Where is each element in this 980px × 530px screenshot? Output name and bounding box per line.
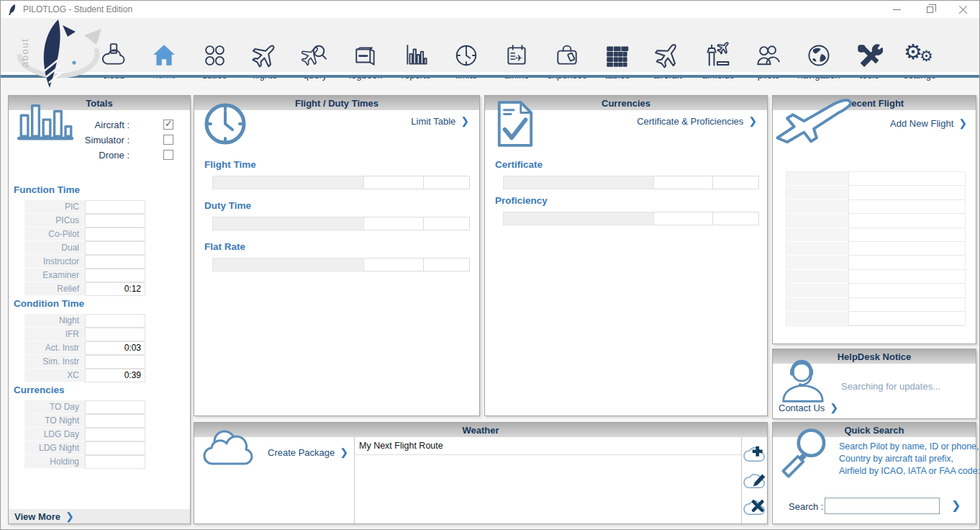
bar-fill (212, 176, 364, 189)
limit-table-link[interactable]: Limit Table ❯ (411, 115, 469, 127)
row-value[interactable] (85, 355, 145, 369)
row-value[interactable] (85, 455, 145, 469)
row-value[interactable] (85, 255, 145, 269)
duty-time-bar (212, 217, 470, 230)
bar-segment (424, 258, 470, 271)
aircraft-checkbox[interactable] (163, 120, 173, 130)
table-row: XC0:39 (24, 369, 145, 382)
row-value[interactable] (85, 428, 145, 441)
certificate-bar (503, 176, 759, 189)
minimize-button[interactable] (880, 1, 913, 18)
chevron-right-icon: ❯ (830, 402, 838, 413)
table-row[interactable] (786, 242, 965, 256)
simulator-checkbox[interactable] (163, 135, 173, 145)
totals-panel: Totals Aircraft : Simulator : Drone : Fu… (8, 95, 191, 524)
row-label-cell (786, 284, 848, 297)
table-row[interactable] (786, 172, 965, 186)
row-label: PIC (24, 200, 85, 214)
row-label: Instructor (24, 255, 85, 269)
logbook-icon (352, 40, 379, 68)
section-heading: Duty Time (204, 200, 251, 211)
delete-weather-package-button[interactable] (742, 496, 768, 518)
table-row[interactable] (786, 284, 965, 297)
app-window: PILOTLOG - Student Edition cloud home du… (0, 0, 980, 530)
row-value-cell (848, 200, 965, 214)
add-weather-package-button[interactable] (742, 443, 768, 464)
table-row: Relief0:12 (24, 282, 145, 296)
close-button[interactable] (946, 1, 979, 18)
row-value-cell (848, 242, 965, 256)
table-row[interactable] (786, 200, 965, 214)
add-new-flight-link[interactable]: Add New Flight ❯ (890, 117, 967, 129)
table-row[interactable] (786, 270, 965, 284)
section-heading: Flight Time (204, 159, 256, 170)
row-value[interactable] (85, 269, 145, 282)
row-label: Relief (24, 282, 85, 296)
recent-flight-table (786, 171, 966, 326)
sun-cloud-icon (201, 427, 265, 470)
row-value[interactable] (85, 228, 145, 241)
restore-button[interactable] (913, 1, 946, 18)
about-link[interactable]: about (19, 38, 30, 67)
table-row[interactable] (786, 228, 965, 242)
search-input[interactable] (825, 498, 940, 514)
row-value[interactable]: 0:12 (85, 282, 145, 296)
bar-segment (424, 176, 470, 189)
link-label: Add New Flight (890, 118, 953, 129)
row-value[interactable] (85, 241, 145, 255)
table-row: IFR (24, 328, 145, 341)
row-value[interactable] (85, 214, 145, 228)
function-time-table: PICPICusCo-PilotDualInstructorExaminerRe… (24, 200, 145, 296)
row-label: Act. Instr (24, 341, 85, 355)
table-row: LDG Night (24, 441, 145, 455)
row-value[interactable] (85, 400, 145, 414)
create-package-link[interactable]: Create Package ❯ (268, 446, 348, 458)
row-value-cell (848, 298, 965, 312)
table-row[interactable] (786, 186, 965, 199)
weather-route-area[interactable]: My Next Flight Route (355, 437, 741, 524)
row-value[interactable]: 0:03 (85, 341, 145, 355)
row-value[interactable]: 0:39 (85, 369, 145, 382)
row-value[interactable] (85, 200, 145, 214)
row-label: PICus (24, 214, 85, 228)
proficiency-bar (503, 212, 759, 225)
search-hint-line: Search Pilot by name, ID or phone, (839, 441, 979, 452)
row-value[interactable] (85, 328, 145, 341)
row-value[interactable] (85, 314, 145, 328)
table-row[interactable] (786, 256, 965, 269)
weather-route-title: My Next Flight Route (355, 437, 741, 455)
tables-icon (604, 40, 631, 68)
settings-icon: ⚙⚙ (905, 40, 934, 68)
view-more-link[interactable]: View More ❯ (9, 509, 190, 524)
search-label: Search : (789, 501, 823, 512)
app-logo-icon (7, 4, 17, 16)
table-row: Sim. Instr (24, 355, 145, 369)
title-bar: PILOTLOG - Student Edition (1, 1, 979, 18)
certificate-proficiencies-link[interactable]: Certificate & Proficiencies ❯ (637, 115, 757, 127)
aircraft-icon (654, 40, 681, 68)
search-go-icon[interactable]: ❯ (951, 498, 961, 512)
table-row[interactable] (786, 214, 965, 228)
bar-segment (713, 176, 759, 189)
bar-segment (424, 217, 470, 230)
bar-segment (713, 212, 759, 225)
row-value[interactable] (85, 441, 145, 455)
table-row: PIC (24, 200, 145, 214)
table-row[interactable] (786, 312, 965, 325)
query-icon (301, 40, 329, 68)
row-value-cell (848, 228, 965, 242)
close-icon (958, 5, 968, 14)
row-label-cell (786, 270, 848, 284)
row-value[interactable] (85, 414, 145, 428)
table-row[interactable] (786, 298, 965, 312)
limits-icon (453, 40, 479, 68)
bar-fill (212, 258, 364, 271)
edit-weather-package-button[interactable] (742, 470, 768, 491)
row-value-cell (848, 256, 965, 269)
row-label-cell (786, 298, 848, 312)
search-hint-line: Country by aircraft tail prefix, (839, 454, 953, 464)
flight-duty-panel: Flight / Duty Times Limit Table ❯ Flight… (194, 95, 480, 416)
gear-icon: ⚙ (920, 49, 933, 64)
tools-icon (856, 40, 883, 68)
drone-checkbox[interactable] (163, 150, 173, 160)
